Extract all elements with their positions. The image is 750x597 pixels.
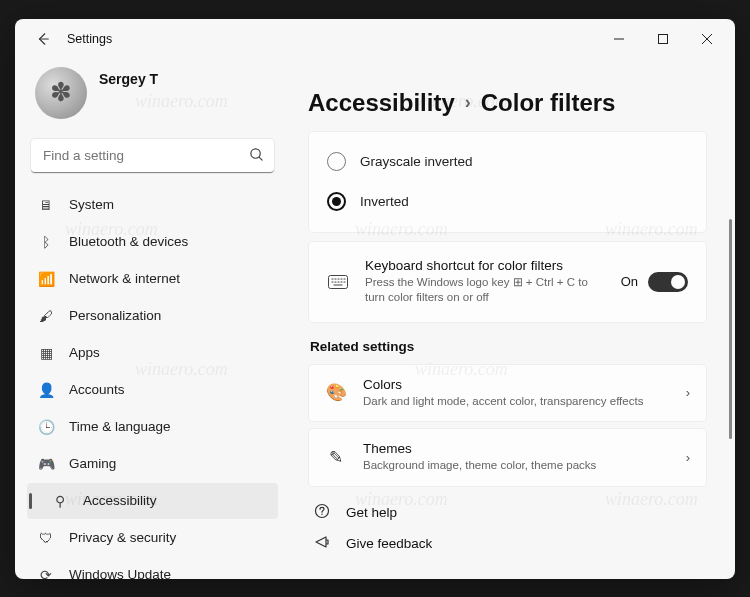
themes-icon: ✎ <box>325 447 347 468</box>
search-icon <box>249 147 264 166</box>
nav-label: Time & language <box>69 419 171 434</box>
sidebar-item-accounts[interactable]: 👤Accounts <box>27 372 278 408</box>
profile-block[interactable]: Sergey T <box>27 59 278 123</box>
arrow-left-icon <box>36 32 50 46</box>
link-title: Colors <box>363 377 670 392</box>
related-colors-link[interactable]: 🎨ColorsDark and light mode, accent color… <box>308 364 707 423</box>
sidebar-item-personalization[interactable]: 🖌Personalization <box>27 298 278 334</box>
nav-icon: 🛡 <box>37 530 55 546</box>
link-desc: Dark and light mode, accent color, trans… <box>363 394 670 410</box>
nav-label: Privacy & security <box>69 530 176 545</box>
avatar <box>35 67 87 119</box>
close-icon <box>702 34 712 44</box>
maximize-icon <box>658 34 668 44</box>
nav-label: Accessibility <box>83 493 157 508</box>
filter-option-inverted[interactable]: Inverted <box>327 182 688 222</box>
profile-name: Sergey T <box>99 71 158 87</box>
nav-label: Apps <box>69 345 100 360</box>
nav-label: Windows Update <box>69 567 171 579</box>
sidebar-item-gaming[interactable]: 🎮Gaming <box>27 446 278 482</box>
sidebar-nav: 🖥SystemᛒBluetooth & devices📶Network & in… <box>27 187 278 579</box>
nav-label: Accounts <box>69 382 125 397</box>
nav-icon: ⟳ <box>37 567 55 579</box>
get-help-link[interactable]: Get help <box>308 501 707 524</box>
colors-icon: 🎨 <box>325 382 347 403</box>
chevron-right-icon: › <box>686 450 690 465</box>
search-input[interactable] <box>31 139 274 173</box>
sidebar-item-apps[interactable]: ▦Apps <box>27 335 278 371</box>
help-icon <box>312 503 332 522</box>
nav-label: Personalization <box>69 308 161 323</box>
breadcrumb-parent[interactable]: Accessibility <box>308 89 455 117</box>
related-settings-heading: Related settings <box>310 339 705 354</box>
sidebar-item-network-internet[interactable]: 📶Network & internet <box>27 261 278 297</box>
radio-icon <box>327 152 346 171</box>
svg-point-1 <box>251 148 260 157</box>
profile-email <box>87 87 158 115</box>
nav-label: Gaming <box>69 456 116 471</box>
nav-icon: 🖌 <box>37 308 55 324</box>
minimize-button[interactable] <box>597 23 641 55</box>
nav-icon: 👤 <box>37 382 55 398</box>
keyboard-shortcut-card: Keyboard shortcut for color filters Pres… <box>308 241 707 323</box>
shortcut-toggle[interactable] <box>648 272 688 292</box>
footer-links: Get help Give feedback <box>308 501 707 555</box>
breadcrumb: Accessibility › Color filters <box>308 89 707 117</box>
svg-point-4 <box>321 513 322 514</box>
sidebar-item-accessibility[interactable]: ⚲Accessibility <box>27 483 278 519</box>
chevron-right-icon: › <box>465 92 471 113</box>
window-controls <box>597 23 729 55</box>
back-button[interactable] <box>29 25 57 53</box>
radio-label: Inverted <box>360 194 409 209</box>
nav-icon: ▦ <box>37 345 55 361</box>
sidebar-item-privacy-security[interactable]: 🛡Privacy & security <box>27 520 278 556</box>
radio-icon <box>327 192 346 211</box>
nav-label: System <box>69 197 114 212</box>
keyboard-icon <box>327 275 349 289</box>
sidebar-item-bluetooth-devices[interactable]: ᛒBluetooth & devices <box>27 224 278 260</box>
close-button[interactable] <box>685 23 729 55</box>
svg-rect-0 <box>659 34 668 43</box>
nav-icon: 📶 <box>37 271 55 287</box>
window-title: Settings <box>67 32 112 46</box>
nav-icon: 🕒 <box>37 419 55 435</box>
nav-icon: 🖥 <box>37 197 55 213</box>
breadcrumb-current: Color filters <box>481 89 616 117</box>
main-content: Accessibility › Color filters Grayscale … <box>290 59 735 579</box>
nav-icon: 🎮 <box>37 456 55 472</box>
nav-icon: ᛒ <box>37 234 55 250</box>
sidebar: Sergey T 🖥SystemᛒBluetooth & devices📶Net… <box>15 59 290 579</box>
sidebar-item-system[interactable]: 🖥System <box>27 187 278 223</box>
minimize-icon <box>614 34 624 44</box>
toggle-state-label: On <box>621 274 638 289</box>
related-settings-list: 🎨ColorsDark and light mode, accent color… <box>308 364 707 487</box>
shortcut-title: Keyboard shortcut for color filters <box>365 258 605 273</box>
radio-label: Grayscale inverted <box>360 154 473 169</box>
give-feedback-link[interactable]: Give feedback <box>308 532 707 555</box>
titlebar: Settings <box>15 19 735 59</box>
settings-window: Settings Sergey T 🖥SystemᛒBluetooth & de… <box>15 19 735 579</box>
search-box[interactable] <box>31 139 274 173</box>
color-filter-options-card: Grayscale invertedInverted <box>308 131 707 233</box>
link-title: Themes <box>363 441 670 456</box>
sidebar-item-windows-update[interactable]: ⟳Windows Update <box>27 557 278 579</box>
maximize-button[interactable] <box>641 23 685 55</box>
link-desc: Background image, theme color, theme pac… <box>363 458 670 474</box>
scrollbar-thumb[interactable] <box>729 219 732 439</box>
nav-label: Network & internet <box>69 271 180 286</box>
filter-option-grayscale-inverted[interactable]: Grayscale inverted <box>327 142 688 182</box>
chevron-right-icon: › <box>686 385 690 400</box>
related-themes-link[interactable]: ✎ThemesBackground image, theme color, th… <box>308 428 707 487</box>
nav-icon: ⚲ <box>51 493 69 509</box>
feedback-icon <box>312 534 332 553</box>
sidebar-item-time-language[interactable]: 🕒Time & language <box>27 409 278 445</box>
nav-label: Bluetooth & devices <box>69 234 188 249</box>
shortcut-desc: Press the Windows logo key ⊞ + Ctrl + C … <box>365 275 605 306</box>
